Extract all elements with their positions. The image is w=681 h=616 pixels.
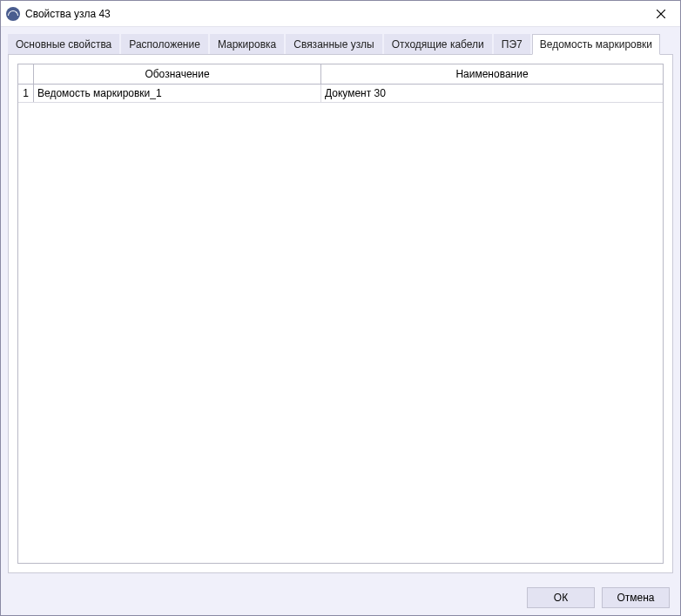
window-title: Свойства узла 43 [25,8,644,20]
tab-marking[interactable]: Маркировка [210,34,284,55]
tab-location[interactable]: Расположение [121,34,208,55]
body-area: Основные свойства Расположение Маркировк… [1,27,680,580]
grid-rownum-header [18,64,34,84]
grid-header: Обозначение Наименование [18,64,663,85]
ok-button[interactable]: ОК [527,587,595,608]
cell-name[interactable]: Документ 30 [321,85,663,102]
button-bar: ОК Отмена [1,580,680,615]
cell-designation[interactable]: Ведомость маркировки_1 [34,85,321,102]
table-row[interactable]: 1 Ведомость маркировки_1 Документ 30 [18,85,663,103]
tab-panel: Обозначение Наименование 1 Ведомость мар… [8,54,673,573]
close-button[interactable] [644,2,678,26]
column-header-designation[interactable]: Обозначение [34,64,321,84]
close-icon [657,10,665,18]
tab-pe7[interactable]: ПЭ7 [494,34,530,55]
data-grid[interactable]: Обозначение Наименование 1 Ведомость мар… [17,64,664,564]
app-icon [6,7,20,21]
tab-outgoing-cables[interactable]: Отходящие кабели [384,34,492,55]
cancel-button[interactable]: Отмена [602,587,670,608]
tab-bar: Основные свойства Расположение Маркировк… [8,34,673,55]
tab-marking-list[interactable]: Ведомость маркировки [532,34,660,55]
row-number: 1 [18,85,34,102]
properties-window: Свойства узла 43 Основные свойства Распо… [0,0,681,616]
tab-linked-nodes[interactable]: Связанные узлы [286,34,381,55]
tab-main-properties[interactable]: Основные свойства [8,34,119,55]
grid-body: 1 Ведомость маркировки_1 Документ 30 [18,85,663,563]
titlebar: Свойства узла 43 [1,1,680,27]
column-header-name[interactable]: Наименование [321,64,663,84]
